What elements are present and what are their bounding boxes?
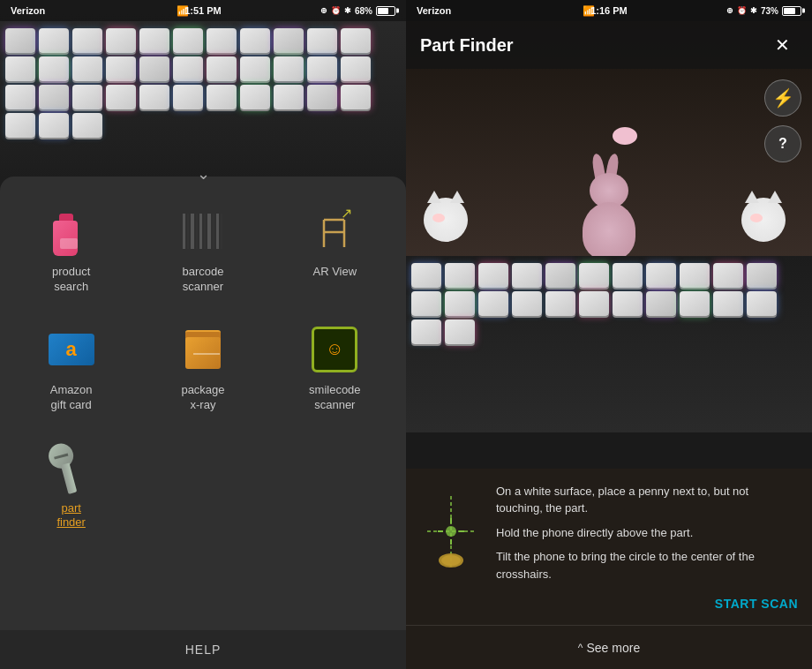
smilecode-scanner-item[interactable]: ☺ smilecodescanner	[273, 312, 397, 424]
help-button[interactable]: ?	[764, 125, 801, 162]
chevron-down-icon[interactable]: ⌄	[197, 164, 210, 184]
svg-rect-6	[207, 214, 211, 249]
close-button[interactable]: ✕	[766, 29, 798, 61]
status-bar-left: Verizon 📶 1:51 PM ⊕ ⏰ ✱ 68%	[0, 0, 406, 21]
key	[5, 56, 35, 81]
battery-icon-left	[376, 6, 395, 16]
time-right: 1:16 PM	[590, 5, 628, 16]
product-search-label: productsearch	[52, 265, 90, 295]
gift-card-icon: a	[45, 323, 98, 376]
key	[445, 291, 475, 316]
barcode-scanner-label: barcodescanner	[183, 265, 224, 295]
key	[445, 263, 475, 288]
bunny-plush	[574, 171, 644, 259]
key	[5, 28, 35, 53]
product-search-item[interactable]: productsearch	[9, 194, 133, 305]
flash-icon: ⚡	[772, 87, 794, 109]
key	[512, 263, 542, 288]
part-finder-icon	[45, 441, 98, 494]
key	[341, 85, 371, 109]
bluetooth-icon-right: ✱	[750, 6, 757, 15]
question-icon: ?	[778, 136, 787, 152]
key	[411, 263, 441, 288]
svg-rect-2	[191, 214, 194, 249]
key	[478, 263, 508, 288]
location-icon-right: ⊕	[726, 6, 733, 15]
part-finder-header: Part Finder ✕	[406, 21, 812, 69]
key	[646, 263, 676, 288]
key	[646, 291, 676, 316]
key	[72, 56, 102, 81]
amazon-gift-card-item[interactable]: a Amazongift card	[9, 312, 133, 424]
key	[139, 28, 169, 53]
svg-point-19	[446, 526, 456, 537]
package-xray-label: packagex-ray	[181, 383, 224, 413]
key	[341, 28, 371, 53]
flash-button[interactable]: ⚡	[764, 79, 801, 117]
hello-kitty-right	[741, 198, 794, 259]
svg-rect-4	[199, 214, 202, 249]
key	[478, 291, 508, 316]
part-finder-label: partfinder	[56, 501, 86, 531]
key	[207, 28, 237, 53]
key	[39, 28, 69, 53]
key	[139, 85, 169, 109]
crosshair-illustration	[420, 483, 482, 571]
key	[713, 291, 743, 316]
product-search-icon	[45, 205, 98, 258]
key	[39, 85, 69, 109]
see-more-footer[interactable]: ^ See more	[406, 625, 812, 669]
side-icons: ⚡ ?	[764, 79, 801, 162]
key	[5, 113, 35, 138]
alarm-icon: ⏰	[331, 6, 341, 15]
ar-view-label: AR View	[313, 265, 357, 280]
key	[173, 28, 203, 53]
key	[274, 28, 304, 53]
key	[72, 113, 102, 138]
info-panel: On a white surface, place a penny next t…	[406, 469, 812, 626]
status-bar-right: Verizon 📶 1:16 PM ⊕ ⏰ ✱ 73%	[406, 0, 812, 21]
info-instructions: On a white surface, place a penny next t…	[496, 483, 798, 590]
part-finder-title: Part Finder	[420, 35, 766, 56]
key	[545, 291, 575, 316]
key	[274, 85, 304, 109]
start-scan-button[interactable]: START SCAN	[715, 597, 798, 611]
svg-rect-7	[213, 214, 214, 249]
barcode-scanner-item[interactable]: barcodescanner	[140, 194, 265, 305]
key	[39, 113, 69, 138]
key	[445, 319, 475, 344]
key	[274, 56, 304, 81]
svg-rect-1	[187, 214, 189, 249]
svg-rect-0	[183, 214, 185, 249]
key	[240, 85, 270, 109]
key	[579, 291, 609, 316]
alarm-icon-right: ⏰	[737, 6, 747, 15]
ar-view-item[interactable]: ↗ AR View	[273, 194, 397, 305]
part-finder-item[interactable]: partfinder	[9, 431, 133, 542]
key	[72, 85, 102, 109]
barcode-icon	[177, 205, 229, 258]
bluetooth-icon: ✱	[344, 6, 351, 15]
help-bar[interactable]: HELP	[0, 630, 406, 669]
package-xray-item[interactable]: packagex-ray	[140, 312, 265, 424]
svg-point-25	[441, 555, 461, 566]
battery-percent-left: 68%	[355, 6, 372, 16]
key	[106, 28, 136, 53]
key	[173, 56, 203, 81]
key	[240, 56, 270, 81]
key	[307, 28, 337, 53]
svg-rect-3	[196, 214, 198, 249]
key	[307, 56, 337, 81]
key	[613, 291, 643, 316]
instruction-2: Hold the phone directly above the part.	[496, 524, 798, 542]
instruction-1: On a white surface, place a penny next t…	[496, 483, 798, 517]
key	[713, 263, 743, 288]
key	[72, 28, 102, 53]
key	[5, 85, 35, 109]
see-more-label: See more	[586, 641, 640, 655]
key	[106, 56, 136, 81]
hello-kitty-left	[424, 198, 477, 259]
svg-text:↗: ↗	[341, 207, 352, 221]
time-left: 1:51 PM	[184, 5, 222, 16]
key	[207, 85, 237, 109]
